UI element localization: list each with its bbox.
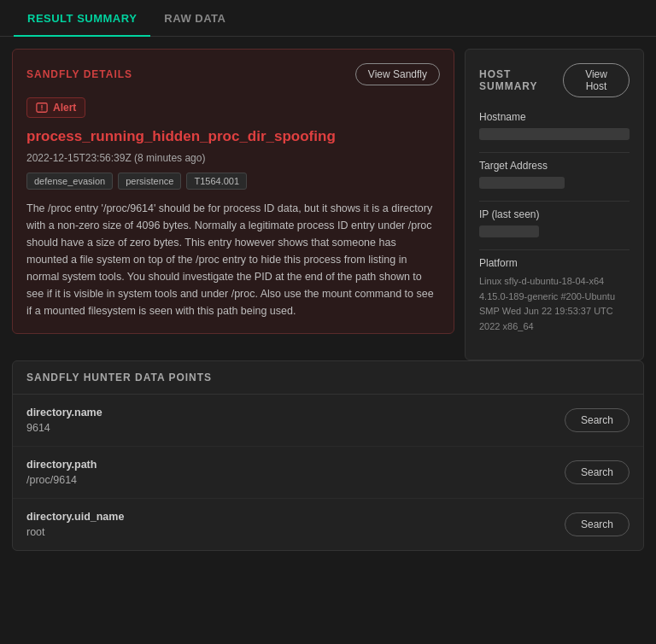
search-button-0[interactable]: Search: [565, 408, 630, 432]
host-card: HOST SUMMARY View Host Hostname Target A…: [465, 49, 644, 360]
hostname-field: Hostname: [479, 111, 630, 140]
target-address-value: [479, 177, 565, 189]
tag-persistence: persistence: [118, 173, 181, 190]
right-panel: HOST SUMMARY View Host Hostname Target A…: [465, 49, 644, 360]
host-section-title: HOST SUMMARY: [479, 68, 563, 92]
view-host-button[interactable]: View Host: [563, 63, 630, 97]
platform-value: Linux sfly-d-ubuntu-18-04-x64 4.15.0-189…: [479, 274, 630, 334]
platform-field: Platform Linux sfly-d-ubuntu-18-04-x64 4…: [479, 257, 630, 334]
hunter-row-1-data: directory.path /proc/9614: [26, 459, 97, 486]
divider-1: [479, 152, 630, 153]
target-address-field: Target Address: [479, 160, 630, 189]
ip-field: IP (last seen): [479, 208, 630, 237]
view-sandfly-button[interactable]: View Sandfly: [355, 63, 440, 85]
alert-badge: Alert: [26, 97, 85, 118]
search-button-1[interactable]: Search: [565, 460, 630, 484]
tab-result-summary[interactable]: RESULT SUMMARY: [14, 0, 150, 37]
hunter-val-0: 9614: [26, 422, 102, 434]
host-card-header: HOST SUMMARY View Host: [479, 63, 630, 97]
sandfly-section-title: SANDFLY DETAILS: [26, 68, 132, 80]
hunter-key-2: directory.uid_name: [26, 511, 124, 523]
hunter-section: SANDFLY HUNTER DATA POINTS directory.nam…: [12, 360, 644, 551]
tab-bar: RESULT SUMMARY RAW DATA: [0, 0, 656, 37]
sandfly-card: SANDFLY DETAILS View Sandfly Alert proce…: [12, 49, 454, 334]
alert-label: Alert: [53, 102, 76, 114]
platform-label: Platform: [479, 257, 630, 269]
hunter-val-1: /proc/9614: [26, 474, 97, 486]
timestamp: 2022-12-15T23:56:39Z (8 minutes ago): [26, 152, 440, 164]
search-button-2[interactable]: Search: [565, 512, 630, 536]
description: The /proc entry '/proc/9614' should be f…: [26, 200, 440, 319]
hostname-value: [479, 128, 630, 140]
hunter-val-2: root: [26, 526, 124, 538]
hunter-row-1: directory.path /proc/9614 Search: [13, 447, 643, 499]
tags-container: defense_evasion persistence T1564.001: [26, 173, 440, 190]
target-address-label: Target Address: [479, 160, 630, 172]
ip-label: IP (last seen): [479, 208, 630, 220]
hunter-key-0: directory.name: [26, 407, 102, 419]
hunter-row-2-data: directory.uid_name root: [26, 511, 124, 538]
hunter-key-1: directory.path: [26, 459, 97, 471]
main-content: SANDFLY DETAILS View Sandfly Alert proce…: [0, 37, 656, 360]
left-panel: SANDFLY DETAILS View Sandfly Alert proce…: [12, 49, 454, 360]
hostname-label: Hostname: [479, 111, 630, 123]
svg-point-2: [41, 109, 42, 110]
tab-raw-data[interactable]: RAW DATA: [150, 0, 239, 37]
hunter-row-0: directory.name 9614 Search: [13, 395, 643, 447]
hunter-header: SANDFLY HUNTER DATA POINTS: [13, 361, 643, 395]
hunter-row-0-data: directory.name 9614: [26, 407, 102, 434]
process-name: process_running_hidden_proc_dir_spoofing: [26, 128, 440, 145]
hunter-row-2: directory.uid_name root Search: [13, 499, 643, 550]
divider-2: [479, 201, 630, 202]
ip-value: [479, 225, 539, 237]
alert-icon: [36, 102, 48, 114]
tag-defense-evasion: defense_evasion: [26, 173, 113, 190]
sandfly-card-header: SANDFLY DETAILS View Sandfly: [26, 63, 440, 85]
divider-3: [479, 249, 630, 250]
tag-t1564: T1564.001: [186, 173, 247, 190]
